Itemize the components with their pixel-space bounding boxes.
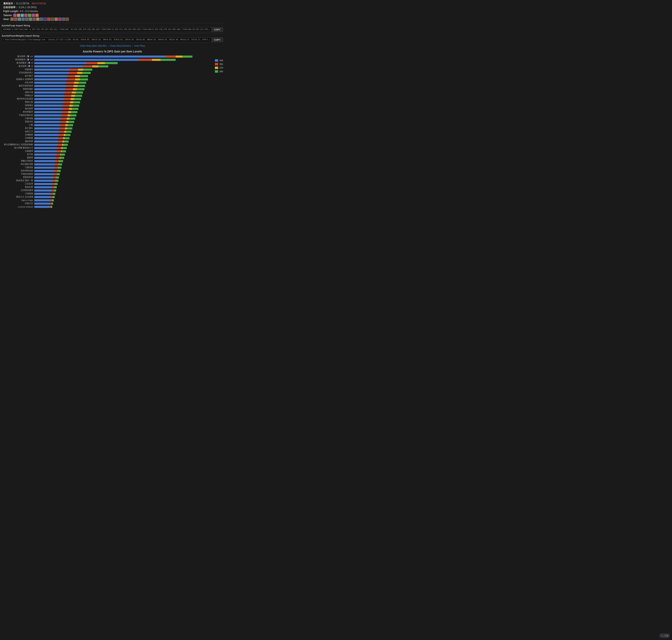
seg-340	[34, 56, 166, 58]
bar-track	[34, 91, 212, 94]
bar-track	[34, 85, 212, 87]
seg-340	[34, 183, 53, 185]
seg-340	[34, 101, 63, 103]
fight-length-value: 4.0 - 6.0 minutes	[20, 10, 38, 13]
seg-340	[34, 104, 63, 106]
seg-355	[52, 189, 54, 191]
bar-track	[34, 173, 212, 176]
bar-row: 泰坦档案库 | 🔮 x5	[2, 62, 212, 64]
bar-segments	[34, 144, 68, 146]
seg-355	[83, 66, 92, 68]
seg-340	[34, 141, 58, 143]
nav-links: Outer Ring (Spec Specific) | Outer Ring …	[0, 43, 225, 48]
copy-button-1[interactable]: COPY	[211, 28, 223, 32]
seg-340	[34, 163, 55, 165]
bar-segments	[34, 104, 79, 106]
bar-label: 正在赶来	[2, 183, 34, 185]
bar-track	[34, 195, 212, 199]
bar-label: 智慧收割者	[2, 176, 34, 179]
nav-link-outer-spec[interactable]: Outer Ring (Spec Specific)	[80, 44, 106, 47]
bar-track	[34, 143, 212, 146]
bar-track	[34, 140, 212, 143]
seg-340	[34, 128, 60, 130]
bar-row: 鲜血虹吸	[2, 186, 212, 189]
bar-row: 元素回旋	[2, 166, 212, 169]
import-text-1: AZFORGE:5:258*[561]340:-6,355:136,370:26…	[2, 28, 211, 32]
bar-row: Ancients' Bulwark	[2, 205, 212, 208]
bar-track	[34, 68, 212, 71]
bar-label: 泰坦档案库 | 🔮 x10	[2, 58, 34, 61]
seg-355	[51, 193, 53, 195]
bar-label: 汇帆	[2, 124, 34, 127]
bar-label: 泰坦档案库	[2, 111, 34, 113]
seg-355	[57, 147, 61, 149]
seg-355	[61, 114, 68, 116]
seg-340	[34, 206, 49, 208]
bar-label: 枯败灌注	[2, 68, 34, 71]
chart-legend: 340355370385	[213, 55, 223, 209]
bar-row: 汇帆	[2, 124, 212, 127]
seg-370	[72, 91, 76, 93]
bar-track	[34, 98, 212, 101]
seg-370	[75, 78, 80, 81]
seg-370	[66, 121, 69, 123]
seg-340	[34, 111, 62, 113]
bar-segments	[34, 85, 85, 87]
talents-label: Talents:	[3, 14, 13, 17]
seg-385	[62, 150, 66, 152]
seg-355	[70, 69, 78, 71]
bar-track	[34, 163, 212, 166]
seg-385	[53, 196, 55, 198]
bar-label: Fight or Flight	[2, 199, 34, 201]
seg-385	[66, 134, 70, 136]
bar-segments	[34, 128, 72, 130]
seg-355	[49, 206, 51, 208]
bar-row: 分裂炮弹	[2, 150, 212, 153]
nav-link-inner[interactable]: Inner Ring	[134, 44, 145, 47]
seg-385	[55, 186, 57, 188]
seg-370	[70, 101, 73, 103]
bar-label: 艾泽里特液球	[2, 189, 34, 192]
seg-355	[65, 91, 72, 93]
bar-segments	[34, 121, 74, 123]
bar-row: 智慧收割者	[2, 176, 212, 179]
bar-track	[34, 189, 212, 192]
bar-segments	[34, 114, 76, 116]
nav-sep-2: |	[132, 44, 133, 47]
seg-355	[64, 98, 71, 100]
seg-370	[66, 124, 68, 126]
legend-label: 340	[219, 59, 223, 62]
bar-row: 压倒能量	[2, 137, 212, 140]
import-box-1: AZFORGE:5:258*[561]340:-6,355:136,370:26…	[2, 27, 223, 32]
bar-track	[34, 72, 212, 74]
bar-track	[34, 120, 212, 123]
bar-track	[34, 205, 212, 208]
bar-track	[34, 65, 212, 68]
copy-button-2[interactable]: COPY	[211, 38, 223, 42]
seg-385	[160, 59, 176, 61]
seg-340	[34, 59, 139, 61]
bar-segments	[34, 131, 71, 133]
seg-370	[67, 118, 69, 120]
bar-row: 泰坦档案库	[2, 111, 212, 114]
bar-segments	[34, 193, 55, 195]
seg-385	[63, 144, 68, 146]
seg-385	[58, 166, 61, 169]
bar-row: 海潮涌动	[2, 104, 212, 107]
seg-355	[50, 199, 52, 201]
bar-segments	[34, 170, 61, 172]
legend-color-box	[215, 67, 218, 69]
chart-title: Azerite Powers % DPS Gain per Item Level…	[2, 50, 223, 53]
seg-355	[60, 128, 65, 130]
bar-track	[34, 111, 212, 114]
bar-segments	[34, 98, 81, 100]
bar-segments	[34, 62, 118, 64]
seg-355	[58, 137, 63, 139]
seg-355	[51, 196, 53, 198]
bar-track	[34, 147, 212, 149]
bar-label: 团结之力 众志成城	[2, 195, 34, 198]
seg-385	[73, 101, 80, 103]
import-section-2: AzeritePowerWeights Import String { Azer…	[0, 33, 225, 43]
nav-link-outer-generic[interactable]: Outer Ring (Generic)	[110, 44, 131, 47]
seg-340	[34, 160, 55, 162]
